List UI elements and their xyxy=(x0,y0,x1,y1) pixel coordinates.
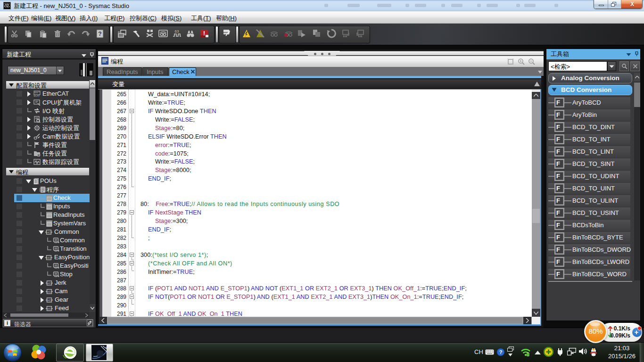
svg-text:HO: HO xyxy=(47,282,51,285)
svg-text:HO: HO xyxy=(47,307,51,310)
svg-text:?: ? xyxy=(499,349,503,355)
svg-text:ECAT: ECAT xyxy=(34,94,40,97)
svg-text:!: ! xyxy=(203,30,205,37)
svg-text:HO: HO xyxy=(47,231,51,234)
svg-text:HO: HO xyxy=(47,299,51,302)
svg-text:63: 63 xyxy=(175,29,179,33)
svg-text:?: ? xyxy=(98,31,101,37)
svg-text:HO: HO xyxy=(47,256,51,259)
svg-text:HO: HO xyxy=(47,290,51,293)
